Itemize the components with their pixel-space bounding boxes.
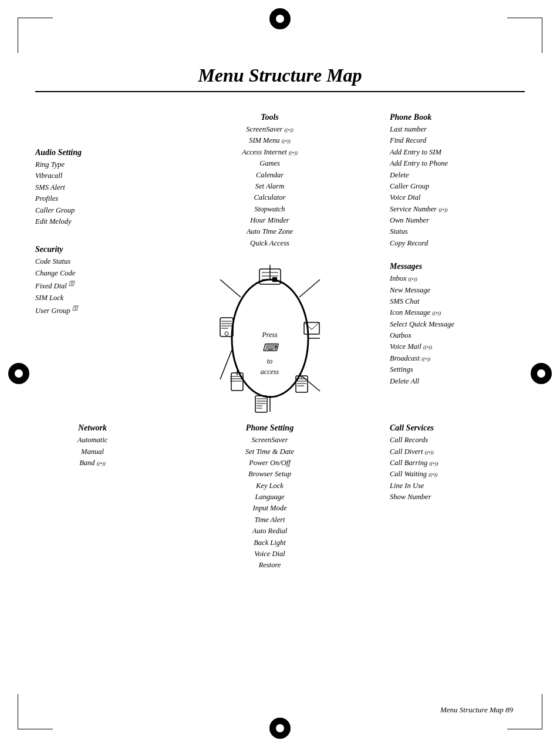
- press-line2: to: [267, 357, 272, 365]
- list-item: SIM Lock: [35, 292, 150, 304]
- list-item: Own Number: [390, 215, 525, 226]
- oval-diagram: Press ⌨ to access: [217, 262, 323, 415]
- list-item: Vibracall: [35, 170, 150, 181]
- nav-circle-bottom: [269, 718, 291, 739]
- svg-line-1: [220, 280, 241, 297]
- list-item: Change Code: [35, 268, 150, 279]
- svg-line-2: [299, 280, 320, 297]
- list-item: Add Entry to Phone: [390, 158, 525, 169]
- list-item: Automatic: [35, 435, 150, 446]
- phone-setting-items: ScreenSaver Set Time & Date Power On/Off…: [211, 435, 329, 571]
- security-header: Security: [35, 245, 150, 254]
- signal-icon: ⚿: [69, 280, 75, 287]
- list-item: SMS Alert: [35, 182, 150, 193]
- tools-section: Tools ScreenSaver ((•)) SIM Menu ((•)) A…: [211, 113, 329, 249]
- signal-icon: ((•)): [429, 460, 438, 466]
- list-item: SIM Menu ((•)): [211, 135, 329, 146]
- tools-items: ScreenSaver ((•)) SIM Menu ((•)) Access …: [211, 124, 329, 249]
- list-item: Set Alarm: [211, 181, 329, 192]
- list-item: Stopwatch: [211, 204, 329, 215]
- svg-line-4: [220, 350, 232, 379]
- list-item: Set Time & Date: [211, 446, 329, 457]
- list-item: ScreenSaver: [211, 435, 329, 446]
- list-item: Power On/Off: [211, 457, 329, 469]
- signal-icon: ((•)): [289, 150, 298, 156]
- security-items: Code Status Change Code Fixed Dial ⚿ SIM…: [35, 256, 150, 317]
- signal-icon: ((•)): [285, 127, 294, 133]
- signal-icon: ((•)): [432, 310, 441, 316]
- list-item: Call Barring ((•)): [390, 457, 525, 469]
- corner-border-top-right: [507, 18, 542, 53]
- press-line3: access: [261, 368, 279, 376]
- network-section: Network Automatic Manual Band ((•)): [35, 423, 150, 571]
- list-item: Call Records: [390, 435, 525, 446]
- network-phone-icon: [230, 371, 243, 391]
- messages-icon: [304, 322, 319, 334]
- audio-setting-section: Audio Setting Ring Type Vibracall SMS Al…: [35, 148, 150, 227]
- list-item: Delete All: [390, 376, 525, 387]
- list-item: Line In Use: [390, 480, 525, 492]
- list-item: User Group ⚿: [35, 304, 150, 317]
- list-item: Inbox ((•)): [390, 273, 525, 284]
- list-item: Restore: [211, 560, 329, 571]
- signal-icon: ((•)): [438, 207, 447, 213]
- list-item: Time Alert: [211, 514, 329, 526]
- svg-rect-25: [255, 396, 267, 412]
- nav-circle-left: [8, 363, 29, 384]
- list-item: Find Record: [390, 135, 525, 146]
- list-item: Copy Record: [390, 238, 525, 249]
- nav-circle-top: [269, 8, 291, 29]
- call-services-icon: [296, 374, 308, 392]
- list-item: Band ((•)): [35, 457, 150, 469]
- list-item: Games: [211, 158, 329, 169]
- list-item: Icon Message ((•)): [390, 307, 525, 318]
- list-item: Fixed Dial ⚿: [35, 279, 150, 292]
- signal-icon: ((•)): [429, 472, 437, 477]
- messages-header: Messages: [390, 262, 525, 271]
- corner-border-bottom-left: [18, 694, 53, 729]
- signal-icon: ⚿: [72, 305, 78, 311]
- list-item: Access Internet ((•)): [211, 147, 329, 158]
- list-item: Calendar: [211, 170, 329, 181]
- list-item: Profiles: [35, 193, 150, 204]
- list-item: Manual: [35, 446, 150, 457]
- list-item: SMS Chat: [390, 296, 525, 307]
- left-column: Audio Setting Ring Type Vibracall SMS Al…: [35, 113, 150, 415]
- list-item: Calculator: [211, 192, 329, 203]
- call-services-section: Call Services Call Records Call Divert (…: [390, 423, 525, 571]
- phone-setting-section: Phone Setting ScreenSaver Set Time & Dat…: [211, 423, 329, 571]
- list-item: Select Quick Message: [390, 319, 525, 330]
- network-header: Network: [35, 423, 150, 433]
- call-services-items: Call Records Call Divert ((•)) Call Barr…: [390, 435, 525, 503]
- list-item: Add Entry to SIM: [390, 147, 525, 158]
- right-column: Phone Book Last number Find Record Add E…: [390, 113, 525, 415]
- signal-icon: ((•)): [282, 138, 291, 144]
- list-item: Outbox: [390, 330, 525, 341]
- audio-setting-items: Ring Type Vibracall SMS Alert Profiles C…: [35, 159, 150, 227]
- list-item: Last number: [390, 124, 525, 135]
- list-item: Show Number: [390, 492, 525, 503]
- list-item: Back Light: [211, 537, 329, 549]
- signal-icon: ((•)): [423, 344, 432, 350]
- list-item: Voice Dial: [211, 549, 329, 560]
- list-item: Code Status: [35, 256, 150, 267]
- messages-items: Inbox ((•)) New Message SMS Chat Icon Me…: [390, 273, 525, 387]
- list-item: ScreenSaver ((•)): [211, 124, 329, 135]
- network-items: Automatic Manual Band ((•)): [35, 435, 150, 469]
- phonebook-items: Last number Find Record Add Entry to SIM…: [390, 124, 525, 249]
- signal-icon: ((•)): [425, 449, 434, 455]
- messages-section: Messages Inbox ((•)) New Message SMS Cha…: [390, 262, 525, 387]
- phonebook-section: Phone Book Last number Find Record Add E…: [390, 113, 525, 249]
- signal-icon: ((•)): [409, 276, 417, 282]
- list-item: Browser Setup: [211, 469, 329, 480]
- phone-setting-icon: [255, 396, 267, 412]
- list-item: Language: [211, 492, 329, 503]
- list-item: Hour Minder: [211, 215, 329, 226]
- list-item: Call Waiting ((•)): [390, 469, 525, 480]
- nav-circle-right: [531, 363, 552, 384]
- list-item: Call Divert ((•)): [390, 446, 525, 457]
- list-item: Auto Time Zone: [211, 226, 329, 237]
- list-item: Quick Access: [211, 238, 329, 249]
- tools-header: Tools: [211, 113, 329, 122]
- signal-icon: ((•)): [421, 356, 430, 362]
